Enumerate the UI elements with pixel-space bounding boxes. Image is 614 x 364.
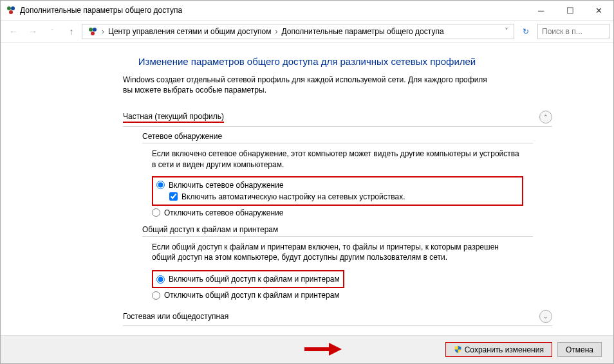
svg-marker-7 <box>329 343 342 356</box>
expand-icon[interactable]: ⌄ <box>539 310 552 323</box>
network-discovery-section: Сетевое обнаружение Если включено сетево… <box>142 132 533 218</box>
profile-private-label: Частная (текущий профиль) <box>123 112 224 123</box>
uac-shield-icon <box>454 345 462 354</box>
radio-input[interactable] <box>156 181 165 189</box>
breadcrumb[interactable]: › Центр управления сетями и общим доступ… <box>82 24 514 39</box>
discovery-disable-label: Отключить сетевое обнаружение <box>164 208 283 217</box>
bottom-bar: Сохранить изменения Отмена <box>1 335 613 363</box>
svg-point-2 <box>9 10 13 14</box>
profile-private-header[interactable]: Частная (текущий профиль) ⌃ <box>123 108 552 127</box>
sharing-disable-label: Отключить общий доступ к файлам и принте… <box>164 291 340 300</box>
radio-input[interactable] <box>156 275 165 284</box>
discovery-enable-radio[interactable]: Включить сетевое обнаружение <box>156 179 519 191</box>
arrow-annotation <box>303 340 342 358</box>
svg-point-0 <box>7 6 11 10</box>
radio-input[interactable] <box>152 291 160 300</box>
svg-point-3 <box>89 28 93 32</box>
checkbox-input[interactable] <box>169 192 178 201</box>
search-input[interactable]: Поиск в п... <box>537 24 609 39</box>
content-area: Изменение параметров общего доступа для … <box>1 43 613 335</box>
sharing-desc: Если общий доступ к файлам и принтерам в… <box>152 242 523 262</box>
discovery-desc: Если включено сетевое обнаружение, этот … <box>152 149 523 169</box>
radio-input[interactable] <box>152 208 160 217</box>
chevron-right-icon: › <box>100 27 106 36</box>
svg-point-1 <box>11 6 15 10</box>
sharing-enable-label: Включить общий доступ к файлам и принтер… <box>169 275 340 284</box>
forward-button[interactable]: → <box>24 24 42 39</box>
window-title: Дополнительные параметры общего доступа <box>20 6 526 15</box>
search-placeholder: Поиск в п... <box>542 27 582 36</box>
profile-guest-header[interactable]: Гостевая или общедоступная ⌄ <box>123 307 552 326</box>
sharing-enable-radio[interactable]: Включить общий доступ к файлам и принтер… <box>156 273 340 285</box>
svg-point-4 <box>93 28 97 32</box>
breadcrumb-parent[interactable]: Центр управления сетями и общим доступом <box>106 27 274 36</box>
cancel-button-label: Отмена <box>566 345 593 354</box>
page-intro: Windows создает отдельный сетевой профил… <box>123 75 491 95</box>
refresh-button[interactable]: ↻ <box>518 24 534 39</box>
discovery-disable-radio[interactable]: Отключить сетевое обнаружение <box>152 207 523 219</box>
sharing-disable-radio[interactable]: Отключить общий доступ к файлам и принте… <box>152 289 523 301</box>
collapse-icon[interactable]: ⌃ <box>539 111 552 123</box>
history-dropdown[interactable]: ˅ <box>43 24 61 39</box>
up-button[interactable]: ↑ <box>62 24 80 39</box>
discovery-auto-label: Включить автоматическую настройку на сет… <box>181 192 405 201</box>
sharing-title: Общий доступ к файлам и принтерам <box>142 225 533 237</box>
discovery-auto-checkbox[interactable]: Включить автоматическую настройку на сет… <box>156 191 519 203</box>
maximize-button[interactable]: ☐ <box>555 1 584 20</box>
svg-point-5 <box>91 32 95 35</box>
breadcrumb-current[interactable]: Дополнительные параметры общего доступа <box>279 27 447 36</box>
save-button[interactable]: Сохранить изменения <box>445 342 552 357</box>
discovery-enable-label: Включить сетевое обнаружение <box>169 181 284 190</box>
app-icon <box>6 5 16 15</box>
page-title: Изменение параметров общего доступа для … <box>1 56 613 67</box>
window-titlebar: Дополнительные параметры общего доступа … <box>1 1 613 20</box>
file-sharing-section: Общий доступ к файлам и принтерам Если о… <box>142 225 533 301</box>
highlight-box: Включить сетевое обнаружение Включить ав… <box>152 176 523 206</box>
discovery-title: Сетевое обнаружение <box>142 132 533 143</box>
chevron-right-icon: › <box>274 27 279 36</box>
profile-guest-label: Гостевая или общедоступная <box>123 312 228 321</box>
nav-bar: ← → ˅ ↑ › Центр управления сетями и общи… <box>1 20 613 43</box>
save-button-label: Сохранить изменения <box>465 345 544 354</box>
address-dropdown[interactable]: ˅ <box>502 27 511 36</box>
minimize-button[interactable]: ─ <box>526 1 555 20</box>
highlight-box: Включить общий доступ к файлам и принтер… <box>152 270 344 288</box>
network-center-icon <box>88 26 98 37</box>
back-button[interactable]: ← <box>5 24 23 39</box>
close-button[interactable]: ✕ <box>584 1 613 20</box>
cancel-button[interactable]: Отмена <box>557 342 602 357</box>
